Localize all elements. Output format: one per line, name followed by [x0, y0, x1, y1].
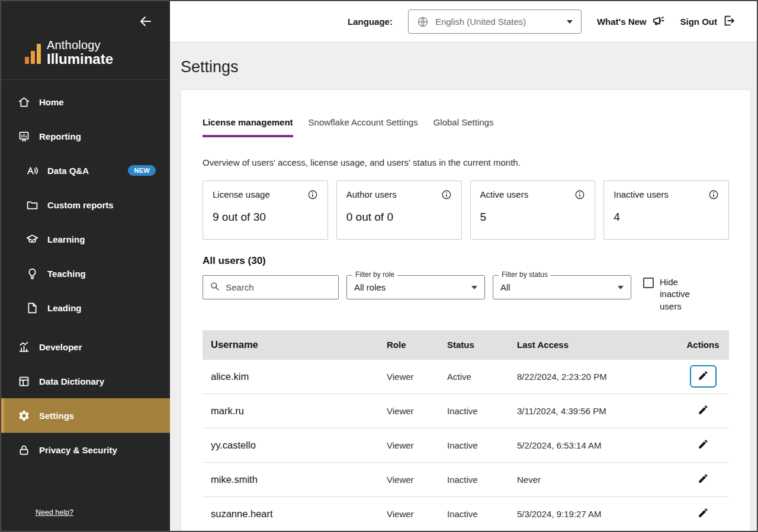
column-header-role: Role — [387, 340, 447, 350]
search-input[interactable] — [226, 282, 332, 292]
status-cell: Inactive — [447, 509, 517, 519]
info-icon[interactable] — [574, 189, 585, 200]
overview-text: Overview of users' access, license usage… — [203, 157, 729, 167]
sidebar-item-label: Privacy & Security — [39, 445, 117, 455]
stat-label: Active users — [480, 189, 529, 199]
lock-icon — [18, 444, 30, 456]
edit-user-button[interactable] — [690, 399, 717, 422]
stat-value: 0 out of 0 — [346, 211, 452, 224]
stat-card-license-usage: License usage 9 out of 30 — [203, 180, 328, 240]
stat-value: 9 out of 30 — [213, 211, 318, 224]
username-cell: mike.smith — [203, 474, 387, 485]
data-table-icon — [18, 375, 30, 388]
column-header-actions: Actions — [677, 340, 729, 350]
tab-license-management[interactable]: License management — [203, 117, 293, 137]
sidebar-item-privacy-security[interactable]: Privacy & Security — [1, 433, 170, 467]
stat-card-inactive-users: Inactive users 4 — [603, 180, 729, 240]
sidebar-item-label: Leading — [47, 303, 82, 313]
page-content: Settings License management Snowflake Ac… — [170, 43, 757, 531]
username-cell: alice.kim — [203, 371, 387, 382]
language-select[interactable]: English (United States) — [408, 9, 582, 34]
sidebar-item-custom-reports[interactable]: Custom reports — [1, 188, 170, 222]
filter-by-status-select[interactable]: Filter by status All — [493, 275, 631, 299]
status-cell: Inactive — [447, 440, 517, 450]
tab-global-settings[interactable]: Global Settings — [433, 117, 494, 137]
need-help-link[interactable]: Need help? — [36, 508, 170, 517]
topbar: Language: English (United States) What's… — [170, 1, 757, 43]
sidebar-item-label: Home — [39, 97, 64, 107]
voice-qa-icon — [26, 165, 38, 177]
sidebar-item-home[interactable]: Home — [1, 85, 170, 119]
edit-user-button[interactable] — [690, 468, 717, 491]
search-box — [203, 275, 339, 299]
status-cell: Inactive — [447, 406, 517, 416]
sidebar-item-label: Developer — [39, 342, 82, 352]
whats-new-label: What's New — [597, 17, 647, 27]
sidebar-item-label: Reporting — [39, 131, 81, 141]
sign-out-button[interactable]: Sign Out — [680, 14, 736, 29]
role-cell: Viewer — [387, 406, 447, 416]
tab-bar: License management Snowflake Account Set… — [203, 117, 729, 137]
stat-label: Author users — [346, 189, 397, 199]
table-row: alice.kim Viewer Active 8/22/2024, 2:23:… — [203, 360, 729, 394]
gear-icon — [18, 410, 30, 422]
edit-user-button[interactable] — [690, 365, 717, 388]
sidebar-item-learning[interactable]: Learning — [1, 222, 170, 256]
brand-line2: Illuminate — [47, 51, 113, 66]
info-icon[interactable] — [708, 189, 719, 200]
hide-inactive-label: Hide inactive users — [660, 276, 696, 312]
stat-value: 4 — [614, 211, 719, 224]
sidebar-item-label: Data Q&A — [47, 166, 89, 176]
sidebar-item-leading[interactable]: Leading — [1, 291, 170, 325]
table-row: mike.smith Viewer Inactive Never — [203, 463, 729, 497]
filter-by-role-value: All roles — [354, 282, 386, 292]
page-title: Settings — [181, 58, 751, 76]
status-cell: Inactive — [447, 475, 517, 485]
stat-card-author-users: Author users 0 out of 0 — [336, 180, 462, 240]
back-arrow-icon — [139, 21, 153, 30]
language-select-value: English (United States) — [435, 17, 526, 27]
tab-snowflake-account-settings[interactable]: Snowflake Account Settings — [309, 117, 418, 137]
last-access-cell: Never — [517, 475, 677, 485]
hide-inactive-group: Hide inactive users — [643, 276, 696, 312]
collapse-sidebar-button[interactable] — [138, 14, 153, 30]
column-header-status: Status — [447, 340, 517, 350]
last-access-cell: 5/2/2024, 6:53:14 AM — [517, 440, 677, 450]
last-access-cell: 5/3/2024, 9:19:27 AM — [517, 509, 677, 519]
role-cell: Viewer — [387, 372, 447, 382]
role-cell: Viewer — [387, 509, 447, 519]
sidebar-item-label: Custom reports — [47, 200, 114, 210]
bar-chart-icon — [18, 341, 30, 353]
stat-label: Inactive users — [614, 189, 669, 199]
brand-line1: Anthology — [47, 39, 113, 51]
sidebar-item-data-qa[interactable]: Data Q&A NEW — [1, 153, 170, 188]
table-body: alice.kim Viewer Active 8/22/2024, 2:23:… — [203, 360, 729, 531]
info-icon[interactable] — [441, 189, 452, 200]
info-icon[interactable] — [307, 189, 318, 200]
sidebar-item-developer[interactable]: Developer — [1, 330, 170, 364]
home-icon — [18, 96, 30, 108]
hide-inactive-checkbox[interactable] — [643, 278, 654, 288]
sidebar-item-label: Data Dictionary — [39, 376, 104, 386]
main-area: Language: English (United States) What's… — [170, 1, 757, 531]
chevron-down-icon — [471, 286, 477, 289]
edit-user-button[interactable] — [690, 502, 717, 525]
table-row: yy.castello Viewer Inactive 5/2/2024, 6:… — [203, 428, 729, 463]
sidebar-item-reporting[interactable]: Reporting — [1, 119, 170, 153]
sidebar-item-settings[interactable]: Settings — [1, 398, 170, 433]
username-cell: mark.ru — [203, 405, 387, 417]
filters-row: Filter by role All roles Filter by statu… — [203, 275, 729, 312]
sign-out-icon — [722, 14, 735, 29]
filter-by-status-label: Filter by status — [499, 270, 551, 279]
language-label: Language: — [348, 17, 393, 27]
lightbulb-icon — [26, 267, 38, 280]
reporting-icon — [18, 130, 30, 143]
role-cell: Viewer — [387, 440, 447, 450]
sidebar-item-teaching[interactable]: Teaching — [1, 256, 170, 291]
role-cell: Viewer — [387, 475, 447, 485]
sidebar-item-data-dictionary[interactable]: Data Dictionary — [1, 364, 170, 398]
filter-by-role-select[interactable]: Filter by role All roles — [346, 275, 485, 299]
edit-user-button[interactable] — [690, 434, 717, 456]
whats-new-button[interactable]: What's New — [597, 14, 665, 29]
search-icon — [209, 280, 220, 294]
